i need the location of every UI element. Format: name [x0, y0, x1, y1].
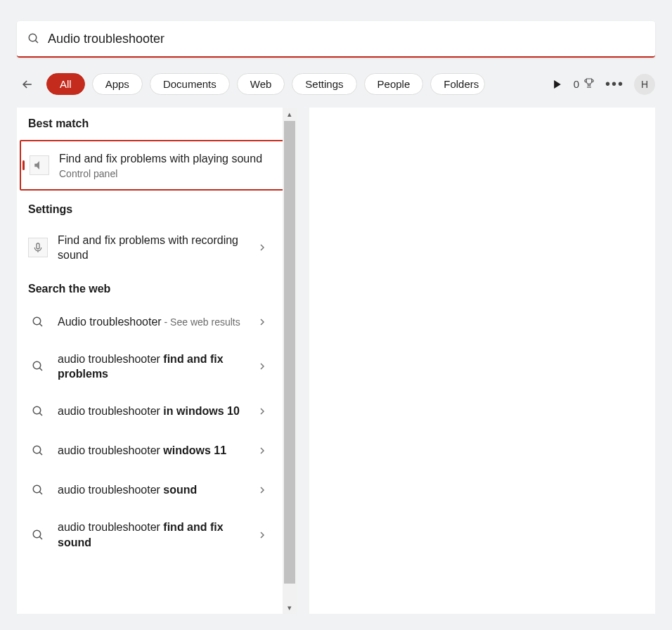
svg-point-10	[33, 406, 41, 414]
result-web-3-title: audio troubleshooter windows 11	[58, 443, 246, 458]
filter-tab-apps[interactable]: Apps	[92, 73, 143, 95]
result-web-1[interactable]: audio troubleshooter find and fix proble…	[17, 342, 283, 392]
scroll-down-icon[interactable]: ▾	[283, 601, 296, 614]
svg-line-15	[39, 491, 42, 494]
result-web-3[interactable]: audio troubleshooter windows 11	[17, 431, 283, 470]
search-icon	[28, 525, 48, 545]
result-settings-recording[interactable]: Find and fix problems with recording sou…	[17, 223, 283, 273]
scroll-up-icon[interactable]: ▴	[283, 108, 296, 120]
filter-tab-settings[interactable]: Settings	[292, 73, 356, 95]
search-icon	[28, 356, 48, 376]
section-web-head: Search the web	[17, 273, 297, 302]
result-web-1-title: audio troubleshooter find and fix proble…	[58, 352, 246, 382]
filters-scroll-right[interactable]	[550, 77, 565, 92]
svg-line-1	[35, 40, 38, 43]
svg-point-12	[33, 446, 41, 454]
chevron-right-icon	[256, 408, 269, 415]
section-settings-head: Settings	[17, 193, 297, 223]
svg-rect-4	[37, 243, 39, 249]
svg-point-14	[33, 485, 41, 493]
filter-tab-people[interactable]: People	[364, 73, 424, 95]
chevron-right-icon	[256, 532, 269, 539]
result-web-2[interactable]: audio troubleshooter in windows 10	[17, 392, 283, 431]
svg-marker-3	[554, 80, 561, 89]
microphone-icon	[28, 238, 48, 257]
filter-tab-all[interactable]: All	[46, 73, 85, 95]
result-web-2-title: audio troubleshooter in windows 10	[58, 404, 246, 419]
result-web-4[interactable]: audio troubleshooter sound	[17, 470, 283, 510]
search-input[interactable]	[41, 32, 645, 46]
svg-point-0	[29, 34, 37, 41]
search-bar[interactable]	[17, 21, 655, 58]
chevron-right-icon	[256, 319, 269, 326]
svg-line-17	[39, 536, 42, 539]
result-web-0[interactable]: Audio troubleshooter - See web results	[17, 302, 283, 342]
results-panel: Best match Find and fix problems with pl…	[17, 108, 297, 614]
result-best-match-sub: Control panel	[59, 168, 280, 179]
account-avatar[interactable]: H	[634, 74, 655, 95]
results-body: Best match Find and fix problems with pl…	[17, 108, 655, 614]
svg-line-13	[39, 452, 42, 455]
result-settings-title: Find and fix problems with recording sou…	[58, 233, 246, 263]
back-button[interactable]	[17, 74, 38, 95]
preview-panel	[309, 108, 655, 614]
search-icon	[27, 32, 41, 46]
filter-tab-folders[interactable]: Folders	[430, 73, 485, 95]
more-menu[interactable]: •••	[605, 76, 624, 92]
filter-tab-web[interactable]: Web	[237, 73, 285, 95]
header-right-controls: 0 ••• H	[574, 74, 655, 95]
chevron-right-icon	[256, 447, 269, 454]
rewards-points[interactable]: 0	[574, 77, 595, 91]
result-best-match[interactable]: Find and fix problems with playing sound…	[20, 140, 292, 191]
svg-line-9	[39, 368, 42, 371]
points-value: 0	[574, 78, 579, 90]
svg-point-16	[33, 530, 41, 538]
chevron-right-icon	[256, 244, 269, 251]
result-web-5[interactable]: audio troubleshooter find and fix sound	[17, 510, 283, 560]
result-web-5-title: audio troubleshooter find and fix sound	[58, 520, 246, 550]
trophy-icon	[583, 77, 595, 91]
svg-line-11	[39, 413, 42, 416]
search-icon	[28, 441, 48, 461]
svg-line-7	[39, 323, 42, 326]
result-web-4-title: audio troubleshooter sound	[58, 482, 246, 498]
search-icon	[28, 401, 48, 421]
scroll-thumb[interactable]	[284, 121, 295, 584]
search-icon	[28, 312, 48, 332]
result-web-0-title: Audio troubleshooter - See web results	[58, 314, 246, 330]
speaker-icon	[30, 155, 49, 175]
chevron-right-icon	[256, 487, 269, 494]
filter-tabs: All Apps Documents Web Settings People F…	[46, 73, 541, 95]
svg-point-6	[33, 317, 41, 325]
filter-row: All Apps Documents Web Settings People F…	[17, 73, 655, 95]
chevron-right-icon	[256, 363, 269, 370]
svg-point-8	[33, 362, 41, 370]
search-icon	[28, 480, 48, 500]
results-scrollbar[interactable]: ▴ ▾	[283, 108, 297, 614]
result-best-match-title: Find and fix problems with playing sound	[59, 151, 280, 167]
filter-tab-documents[interactable]: Documents	[150, 73, 230, 95]
section-best-match-head: Best match	[17, 108, 297, 137]
